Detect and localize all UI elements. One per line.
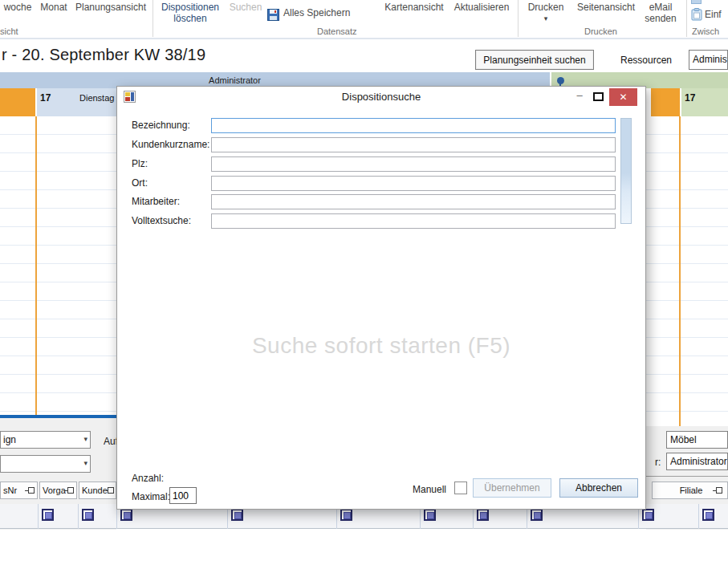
save-all-icon (267, 9, 279, 24)
ribbon-item-woche[interactable]: woche (0, 2, 35, 13)
paste-clipboard-icon (691, 8, 702, 24)
abbrechen-button[interactable]: Abbrechen (559, 478, 638, 498)
chevron-down-icon[interactable]: ▾ (83, 435, 87, 443)
monteur-label-fragment: r: (655, 457, 665, 468)
ribbon-item-monat[interactable]: Monat (37, 2, 71, 13)
field-label-kundenkurzname: Kundenkurzname: (132, 139, 209, 150)
grid-cell[interactable] (638, 504, 698, 529)
manuell-checkbox[interactable] (454, 482, 467, 494)
auftrag-label: Auftr (104, 436, 116, 447)
close-button[interactable]: ✕ (609, 88, 637, 106)
chevron-down-icon[interactable]: ▾ (539, 13, 552, 24)
copy-icon[interactable] (691, 0, 702, 4)
day-header-right[interactable]: 17 (681, 88, 728, 116)
pin-icon[interactable] (108, 487, 114, 494)
grid-header-auftragsnr[interactable]: sNr (0, 482, 38, 499)
ribbon-divider (0, 38, 728, 39)
volltextsuche-input[interactable] (211, 213, 616, 229)
search-hint-watermark: Suche sofort starten (F5) (117, 333, 645, 359)
bezeichnung-input[interactable] (211, 118, 616, 133)
ort-input[interactable] (211, 176, 616, 191)
field-label-plz: Plz: (132, 158, 148, 169)
manuell-label: Manuell (406, 484, 446, 495)
fields-scrollbar[interactable] (620, 118, 632, 224)
grid-window-icon[interactable] (424, 509, 436, 521)
grid-window-icon[interactable] (702, 509, 714, 521)
ribbon-group-datensatz: Datensatz (317, 26, 357, 36)
ribbon-separator (518, 0, 519, 37)
calendar-column-divider (35, 116, 37, 415)
combo-value: ign (3, 434, 16, 445)
grid-window-icon[interactable] (642, 509, 654, 521)
ribbon-group-zwischenablage: Zwisch (692, 26, 728, 36)
grid-header-label: Filiale (680, 486, 703, 495)
ribbon-item-alles-speichern[interactable]: Alles Speichern (283, 7, 352, 18)
plz-input[interactable] (211, 156, 616, 172)
calendar-grid-left[interactable] (0, 116, 116, 415)
day-number: 17 (40, 92, 51, 104)
minimize-button[interactable]: – (571, 88, 588, 104)
maximal-input[interactable] (169, 487, 197, 504)
grid-window-icon[interactable] (82, 509, 94, 521)
ribbon-item-kartenansicht[interactable]: Kartenansicht (384, 2, 445, 13)
grid-window-icon[interactable] (531, 509, 543, 521)
ribbon-item-seitenansicht[interactable]: Seitenansicht (574, 2, 638, 13)
auftrag-combo[interactable]: ign ▾ (0, 431, 91, 449)
grid-header-filiale[interactable]: Filiale (652, 482, 728, 499)
filter-combo[interactable]: ▾ (0, 455, 91, 473)
ribbon-separator (153, 0, 153, 37)
grid-header-label: Vorga (43, 486, 66, 495)
ribbon-item-aktualisieren[interactable]: Aktualisieren (452, 2, 511, 13)
ribbon-item-einfuegen[interactable]: Einf (705, 9, 728, 20)
administrator-field[interactable]: Administrator; (666, 453, 728, 470)
grid-cell[interactable] (38, 504, 78, 529)
ribbon-item-email-senden[interactable]: eMail senden (642, 2, 679, 24)
calendar-column-divider (679, 116, 681, 426)
ressourcen-label: Ressourcen (620, 55, 672, 66)
field-label-volltextsuche: Volltextsuche: (132, 215, 191, 226)
day-header-orange-left[interactable] (0, 88, 35, 116)
maximize-button[interactable] (593, 92, 604, 101)
dispositionsuche-dialog: Dispositionsuche – ✕ Bezeichnung: Kunden… (116, 86, 646, 510)
maximal-label: Maximal: (132, 491, 170, 502)
ribbon-item-planungsansicht[interactable]: Planungsansicht (72, 2, 149, 13)
panel-divider (646, 476, 728, 477)
field-label-bezeichnung: Bezeichnung: (132, 120, 190, 131)
grid-window-icon[interactable] (477, 509, 489, 521)
pin-icon[interactable] (716, 487, 722, 494)
grid-header-vorgang[interactable]: Vorga (39, 482, 77, 499)
grid-window-icon[interactable] (120, 509, 132, 521)
uebernehmen-button[interactable]: Übernehmen (473, 478, 551, 498)
chevron-down-icon[interactable]: ▾ (83, 459, 87, 467)
planungseinheit-suchen-button[interactable]: Planungseinheit suchen (475, 50, 594, 70)
grid-cell[interactable] (78, 504, 116, 529)
calendar-grid-right[interactable] (646, 116, 728, 426)
grid-window-icon[interactable] (42, 509, 54, 521)
day-name: Dienstag (79, 93, 114, 103)
grid-header-label: sNr (3, 486, 17, 495)
grid-window-icon[interactable] (340, 509, 352, 521)
ribbon-item-dispositionen-loeschen[interactable]: Dispositionen löschen (156, 2, 225, 24)
pin-icon[interactable] (67, 487, 74, 494)
grid-window-icon[interactable] (231, 509, 243, 521)
dialog-titlebar[interactable]: Dispositionsuche – ✕ (117, 87, 645, 108)
grid-header-kunde[interactable]: Kunde (79, 482, 116, 499)
ribbon-item-suchen[interactable]: Suchen (228, 2, 263, 13)
mitarbeiter-input[interactable] (211, 194, 616, 209)
field-label-ort: Ort: (132, 177, 148, 189)
ribbon-item-drucken[interactable]: Drucken (527, 2, 564, 13)
dialog-title: Dispositionsuche (117, 91, 645, 103)
day-number: 17 (685, 92, 695, 104)
pin-icon[interactable] (28, 487, 35, 494)
ribbon-separator (686, 0, 687, 37)
day-header-left[interactable]: 17 Dienstag (37, 88, 116, 116)
grid-cell[interactable] (698, 504, 728, 529)
day-header-orange-right[interactable] (651, 88, 680, 116)
pushpin-icon[interactable] (557, 77, 564, 84)
moebel-field[interactable]: Möbel (666, 431, 728, 449)
ribbon-group-ansicht: sicht (0, 26, 21, 36)
application-window: woche Monat Planungsansicht Dispositione… (0, 0, 728, 577)
kundenkurzname-input[interactable] (211, 137, 616, 152)
calendar-administrator-label: Administrator (185, 75, 285, 85)
administrator-selector[interactable]: Administr (689, 50, 728, 70)
